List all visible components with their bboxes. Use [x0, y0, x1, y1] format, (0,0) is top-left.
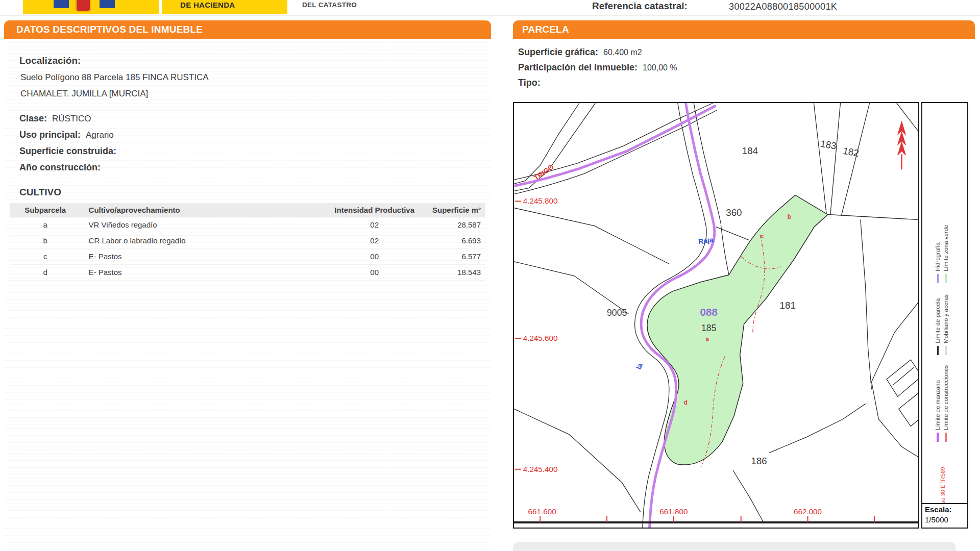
cell-cultivo: CR Labor o labradío regadío [81, 233, 330, 248]
parcela-panel: PARCELA [513, 20, 975, 39]
clase-value: RÚSTICO [52, 114, 91, 123]
construcciones-swatch-icon [945, 433, 947, 442]
cell-intensidad: 02 [329, 217, 420, 233]
direccion-catastro-label: DEL CATASTRO [302, 1, 357, 9]
coord-label-4245600: 4.245.600 [523, 334, 558, 342]
coord-label-661600: 661.600 [528, 507, 556, 516]
toponym-la: la [634, 362, 644, 370]
uso-principal-value: Agrario [86, 130, 114, 140]
parcel-label-088: 088 [700, 306, 718, 318]
anio-construccion-label: Año construcción: [19, 162, 101, 172]
anio-construccion-row: Año construcción: [19, 162, 106, 173]
legend-item: Límite de parcela [934, 294, 942, 355]
legend-label: Límite de manzana [935, 380, 941, 430]
cell-superficie: 18.543 [420, 265, 485, 280]
tipo-label: Tipo: [518, 78, 541, 88]
government-header-strip: DE HACIENDA DEL CATASTRO Referencia cata… [0, 0, 980, 16]
legend-group-hidrografia: Hidrografía Límite zona verde [934, 225, 950, 283]
parcel-label-9005: 9005 [607, 308, 627, 318]
col-superficie: Superficie m² [420, 203, 485, 217]
coordinate-system-note: 662.200 Coordenadas U.TM. Huso 30 ETRS89 [940, 451, 946, 505]
building-footprints [887, 360, 918, 426]
coord-label-4245400: 4.245.400 [523, 465, 558, 473]
cell-subparcela: c [10, 249, 81, 264]
parcela-swatch-icon [937, 346, 939, 355]
table-row: b CR Labor o labradío regadío 02 6.693 [10, 233, 485, 249]
cell-cultivo: E- Pastos [81, 249, 330, 264]
clase-label: Clase: [19, 113, 47, 123]
escala-value: 1/5000 [925, 515, 948, 524]
cell-superficie: 6.577 [420, 249, 485, 264]
participacion-value: 100,00 % [643, 63, 677, 72]
legend-item: Mobiliario y aceras [942, 294, 950, 355]
hidrografia-swatch-icon [937, 274, 939, 283]
uso-principal-label: Uso principal: [19, 130, 81, 140]
north-arrow-icon [898, 121, 906, 169]
table-row: a VR Viñedos regadío 02 28.587 [10, 217, 485, 233]
clase-row: Clase:RÚSTICO [19, 113, 91, 124]
parcel-label-183: 183 [820, 138, 837, 152]
map-legend-rotated: 662.200 Coordenadas U.TM. Huso 30 ETRS89… [926, 209, 960, 505]
participacion-row: Participación del inmueble:100,00 % [518, 62, 677, 73]
coord-label-4245800: 4.245.800 [523, 196, 558, 205]
legend-label: Mobiliario y aceras [943, 294, 949, 343]
parcel-label-185: 185 [701, 323, 717, 333]
cadastral-map: 184 183 182 360 181 088 185 9005 186 a b… [513, 102, 919, 529]
parcel-label-182: 182 [842, 145, 860, 159]
legend-item: Límite de construcciones [942, 365, 950, 442]
manzana-swatch-icon [937, 433, 939, 442]
table-row: c E- Pastos 00 6.577 [10, 249, 485, 265]
cultivo-table: Subparcela Cultivo/aprovechamiento Inten… [10, 203, 485, 281]
parcel-label-360: 360 [726, 207, 742, 217]
localizacion-line2: CHAMALET. JUMILLA [MURCIA] [20, 89, 148, 99]
legend-item: Límite de manzana [934, 365, 942, 442]
gobierno-espana-logo [23, 0, 159, 14]
subparcel-label-d: d [684, 399, 688, 406]
cell-superficie: 6.693 [420, 233, 485, 248]
participacion-label: Participación del inmueble: [518, 62, 638, 72]
scale-box: Escala: 1/5000 [921, 503, 968, 529]
cell-subparcela: b [10, 233, 81, 248]
coat-of-arms-icon [75, 0, 91, 12]
datos-descriptivos-header: DATOS DESCRIPTIVOS DEL INMUEBLE [4, 20, 491, 39]
datos-descriptivos-body: Localización: Suelo Polígono 88 Parcela … [4, 39, 491, 551]
subparcel-label-b: b [788, 213, 791, 220]
superficie-construida-label: Superficie construida: [19, 146, 116, 156]
referencia-catastral-value: 30022A0880018500001K [729, 2, 837, 12]
col-intensidad: Intensidad Productiva [329, 203, 420, 217]
coord-label-661800: 661.800 [659, 507, 688, 516]
flag-icon [100, 0, 115, 8]
superficie-grafica-row: Superficie gráfica:60.400 m2 [518, 47, 677, 58]
uso-principal-row: Uso principal:Agrario [19, 130, 114, 140]
parcela-header: PARCELA [513, 20, 975, 39]
legend-group-parcela: Límite de parcela Mobiliario y aceras [934, 294, 950, 355]
cell-intensidad: 00 [329, 249, 420, 264]
cell-intensidad: 00 [329, 265, 420, 280]
referencia-catastral-label: Referencia catastral: [592, 1, 688, 12]
cell-cultivo: E- Pastos [81, 265, 330, 280]
subparcel-label-a: a [706, 336, 709, 343]
localizacion-line1: Suelo Polígono 88 Parcela 185 FINCA RUST… [20, 72, 209, 83]
subparcel-label-c: c [761, 233, 764, 240]
cultivo-title: CULTIVO [19, 187, 61, 198]
cell-cultivo: VR Viñedos regadío [81, 217, 330, 233]
col-cultivo: Cultivo/aprovechamiento [81, 203, 330, 217]
superficie-grafica-value: 60.400 m2 [603, 48, 642, 57]
table-row: d E- Pastos 00 18.543 [10, 265, 485, 281]
parcela-info: Superficie gráfica:60.400 m2 Participaci… [518, 47, 677, 93]
cell-subparcela: d [10, 265, 81, 280]
legend-label: Límite de construcciones [943, 365, 949, 430]
escala-label: Escala: [925, 505, 952, 514]
tipo-row: Tipo: [518, 78, 677, 88]
parcel-label-184: 184 [742, 145, 758, 156]
coord-label-662000: 662.000 [794, 507, 822, 516]
superficie-grafica-label: Superficie gráfica: [518, 47, 598, 57]
legend-group-manzana: Límite de manzana Límite de construccion… [934, 365, 950, 442]
zona-verde-swatch-icon [945, 274, 947, 283]
cultivo-table-header: Subparcela Cultivo/aprovechamiento Inten… [10, 203, 485, 217]
cell-superficie: 28.587 [420, 217, 485, 233]
ministerio-label: DE HACIENDA [180, 1, 235, 9]
datos-descriptivos-panel: DATOS DESCRIPTIVOS DEL INMUEBLE Localiza… [4, 20, 491, 551]
legend-item: Hidrografía [934, 225, 942, 283]
cadastral-map-svg: 184 183 182 360 181 088 185 9005 186 a b… [514, 103, 918, 528]
